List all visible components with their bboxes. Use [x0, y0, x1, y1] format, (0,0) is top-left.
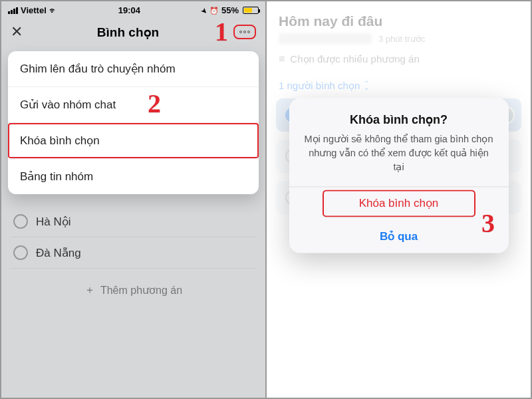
confirm-lock-button[interactable]: Khóa bình chọn	[323, 190, 475, 218]
option-hanoi[interactable]: Hà Nội	[11, 206, 256, 237]
callout-3: 3	[481, 207, 495, 239]
close-icon[interactable]: ✕	[11, 23, 23, 41]
plus-icon: ＋	[84, 283, 95, 297]
status-time: 19:04	[118, 5, 140, 15]
option-danang[interactable]: Đà Nẵng	[11, 237, 256, 269]
option-label: Đà Nẵng	[36, 246, 81, 260]
battery-pct: 55%	[221, 5, 239, 15]
page-title: Bình chọn	[97, 25, 159, 40]
right-screenshot: Hôm nay đi đâu 3 phút trước Chọn được nh…	[267, 1, 531, 398]
dialog-title: Khóa bình chọn?	[303, 113, 495, 128]
dialog-message: Mọi người sẽ không thể tham gia bình chọ…	[303, 133, 495, 175]
carrier-label: Viettel	[21, 5, 47, 15]
option-label: Hà Nội	[36, 215, 71, 229]
menu-lock[interactable]: Khóa bình chọn	[8, 123, 259, 159]
menu-pin[interactable]: Ghim lên đầu trò chuyện nhóm	[8, 51, 259, 87]
dot-icon	[243, 31, 246, 33]
add-option-label: Thêm phương án	[100, 284, 182, 297]
alarm-icon	[209, 5, 219, 15]
lock-dialog: Khóa bình chọn? Mọi người sẽ không thể t…	[289, 98, 509, 253]
location-icon	[201, 5, 207, 15]
status-bar: Viettel ᯤ 19:04 55%	[1, 1, 265, 17]
left-screenshot: Viettel ᯤ 19:04 55% ✕ Bình chọn 1 Ghim l…	[1, 1, 267, 398]
dot-icon	[247, 31, 250, 33]
poll-options-behind: Hà Nội Đà Nẵng ＋ Thêm phương án	[1, 194, 265, 312]
menu-board[interactable]: Bảng tin nhóm	[8, 159, 259, 194]
menu-send[interactable]: Gửi vào nhóm chat	[8, 87, 259, 123]
radio-icon	[13, 245, 28, 260]
more-button[interactable]	[233, 25, 256, 39]
add-option-button[interactable]: ＋ Thêm phương án	[11, 269, 256, 312]
callout-2: 2	[148, 88, 161, 119]
cancel-button[interactable]: Bỏ qua	[289, 221, 509, 253]
dot-icon	[239, 31, 242, 33]
battery-icon	[241, 7, 259, 14]
radio-icon	[13, 214, 28, 229]
wifi-icon: ᯤ	[49, 6, 57, 15]
callout-1: 1	[215, 16, 228, 47]
context-menu: Ghim lên đầu trò chuyện nhóm Gửi vào nhó…	[8, 51, 259, 194]
signal-icon	[8, 7, 18, 14]
